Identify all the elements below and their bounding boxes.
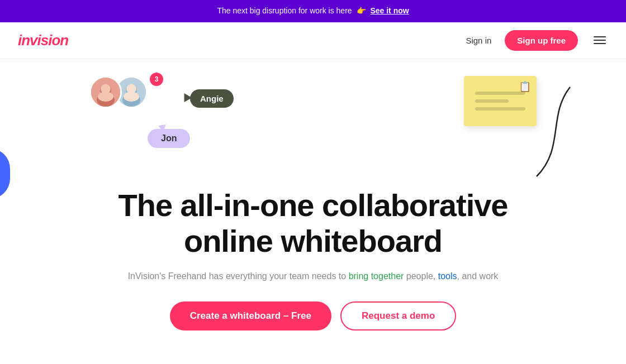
top-banner: The next big disruption for work is here… [0,0,626,22]
hero-subtitle: InVision's Freehand has everything your … [22,269,604,284]
logo-text: invision [18,32,68,49]
hero-title-line1: The all-in-one collaborative [118,188,508,223]
illustration-area: 3 Angie Jon 📋 [0,65,626,188]
svg-point-4 [98,92,113,102]
svg-point-9 [124,92,139,102]
banner-link[interactable]: See it now [370,6,409,15]
avatar-1-image [91,78,120,107]
cta-buttons: Create a whiteboard – Free Request a dem… [22,301,604,331]
sticky-line-3 [475,107,525,111]
sign-in-button[interactable]: Sign in [466,36,491,45]
banner-emoji: 👉 [357,6,366,15]
logo: invision [18,32,68,49]
navbar: invision Sign in Sign up free [0,22,626,59]
avatar-group: 3 [89,76,148,108]
hero-title-line2: online whiteboard [184,223,442,258]
hero-section: 3 Angie Jon 📋 The all-in-one [0,59,626,347]
curved-line-decoration [520,82,581,184]
hero-text-area: The all-in-one collaborative online whit… [0,188,626,347]
angie-label: Angie [190,89,234,108]
hamburger-menu-button[interactable] [591,34,608,46]
sticky-line-1 [475,92,525,95]
avatar-count-badge: 3 [150,73,163,86]
hamburger-line-2 [594,40,606,41]
banner-text: The next big disruption for work is here [217,6,352,15]
sign-up-button[interactable]: Sign up free [505,30,578,51]
hamburger-line-3 [594,43,606,44]
avatar-1 [89,76,122,108]
hero-title: The all-in-one collaborative online whit… [22,188,604,260]
request-demo-button[interactable]: Request a demo [340,301,456,331]
sticky-line-2 [475,99,509,103]
create-whiteboard-button[interactable]: Create a whiteboard – Free [170,301,331,331]
nav-right: Sign in Sign up free [466,30,608,51]
jon-label: Jon [148,129,190,148]
hamburger-line-1 [594,36,606,37]
